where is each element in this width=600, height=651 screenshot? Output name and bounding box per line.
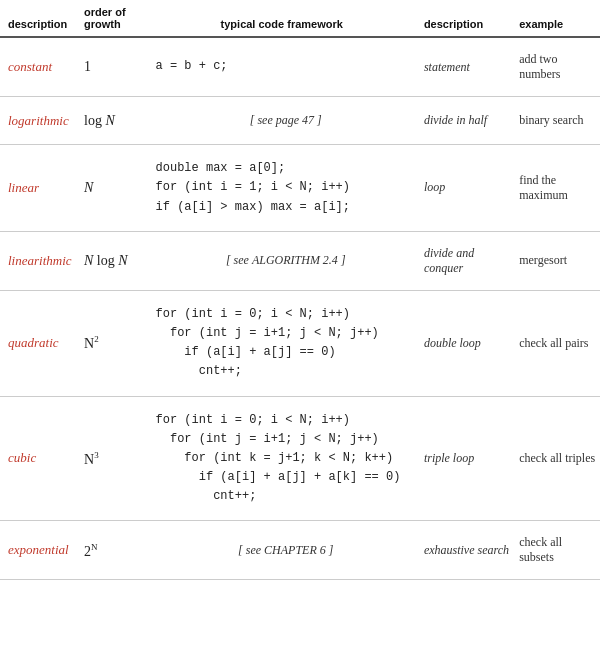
row-example: add two numbers [515,37,600,97]
row-example: binary search [515,97,600,145]
row-example: check all triples [515,396,600,521]
table-row: linearNdouble max = a[0];for (int i = 1;… [0,145,600,232]
row-desc2: loop [420,145,515,232]
header-description2: description [420,0,515,37]
table-header-row: description order of growth typical code… [0,0,600,37]
order-cell: log N [80,97,144,145]
order-cell: 2N [80,521,144,580]
row-example: mergesort [515,231,600,290]
row-name: quadratic [0,290,80,396]
order-cell: N2 [80,290,144,396]
code-cell: [ see page 47 ] [144,97,420,145]
row-desc2: divide and conquer [420,231,515,290]
code-cell: [ see ALGORITHM 2.4 ] [144,231,420,290]
main-table-container: description order of growth typical code… [0,0,600,580]
header-example: example [515,0,600,37]
row-desc2: triple loop [420,396,515,521]
row-name: linear [0,145,80,232]
row-desc2: statement [420,37,515,97]
header-typical-code: typical code framework [144,0,420,37]
row-example: check all pairs [515,290,600,396]
row-desc2: divide in half [420,97,515,145]
code-cell: for (int i = 0; i < N; i++) for (int j =… [144,396,420,521]
order-cell: N [80,145,144,232]
row-name: linearithmic [0,231,80,290]
order-cell: N log N [80,231,144,290]
table-row: exponential2N[ see CHAPTER 6 ]exhaustive… [0,521,600,580]
code-cell: double max = a[0];for (int i = 1; i < N;… [144,145,420,232]
row-desc2: exhaustive search [420,521,515,580]
table-body: constant1a = b + c;statementadd two numb… [0,37,600,580]
row-name: cubic [0,396,80,521]
row-example: find the maximum [515,145,600,232]
table-row: constant1a = b + c;statementadd two numb… [0,37,600,97]
row-name: constant [0,37,80,97]
code-cell: for (int i = 0; i < N; i++) for (int j =… [144,290,420,396]
order-cell: 1 [80,37,144,97]
header-order-of-growth: order of growth [80,0,144,37]
table-row: quadraticN2for (int i = 0; i < N; i++) f… [0,290,600,396]
code-cell: [ see CHAPTER 6 ] [144,521,420,580]
row-example: check all subsets [515,521,600,580]
code-cell: a = b + c; [144,37,420,97]
table-row: logarithmiclog N[ see page 47 ]divide in… [0,97,600,145]
row-desc2: double loop [420,290,515,396]
header-description: description [0,0,80,37]
complexity-table: description order of growth typical code… [0,0,600,580]
order-cell: N3 [80,396,144,521]
row-name: exponential [0,521,80,580]
table-row: linearithmicN log N[ see ALGORITHM 2.4 ]… [0,231,600,290]
table-row: cubicN3for (int i = 0; i < N; i++) for (… [0,396,600,521]
row-name: logarithmic [0,97,80,145]
